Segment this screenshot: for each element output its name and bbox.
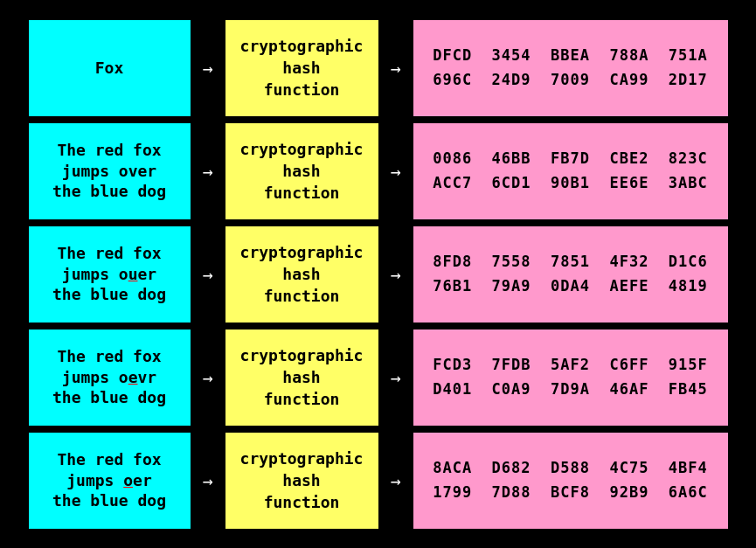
main-diagram: Fox → cryptographichashfunction → DFCD 3…: [20, 11, 737, 538]
input-text-4: The red foxjumps oevrthe blue dog: [52, 346, 166, 407]
hash-label-5: cryptographichashfunction: [240, 447, 364, 514]
row-1: Fox → cryptographichashfunction → DFCD 3…: [29, 20, 728, 116]
input-text-1: Fox: [95, 58, 124, 78]
arrow-2b: →: [378, 161, 413, 182]
arrow-5b: →: [378, 470, 413, 491]
row-2: The red foxjumps overthe blue dog → cryp…: [29, 123, 728, 219]
input-text-3: The red foxjumps ouerthe blue dog: [52, 243, 166, 304]
hash-box-1: cryptographichashfunction: [225, 20, 378, 116]
arrow-3b: →: [378, 264, 413, 285]
hash-label-1: cryptographichashfunction: [240, 35, 364, 101]
output-box-5: 8ACA D682 D588 4C75 4BF41799 7D88 BCF8 9…: [413, 433, 728, 529]
output-text-4: FCD3 7FDB 5AF2 C6FF 915FD401 C0A9 7D9A 4…: [433, 353, 708, 400]
input-text-5: The red foxjumps oerthe blue dog: [52, 449, 166, 510]
arrow-5: →: [191, 470, 225, 491]
hash-label-3: cryptographichashfunction: [240, 241, 364, 308]
output-text-5: 8ACA D682 D588 4C75 4BF41799 7D88 BCF8 9…: [433, 456, 708, 503]
arrow-4b: →: [378, 367, 413, 388]
output-text-2: 0086 46BB FB7D CBE2 823CACC7 6CD1 90B1 E…: [433, 147, 708, 194]
output-box-1: DFCD 3454 BBEA 788A 751A696C 24D9 7009 C…: [413, 20, 728, 116]
output-box-2: 0086 46BB FB7D CBE2 823CACC7 6CD1 90B1 E…: [413, 123, 728, 219]
output-box-3: 8FD8 7558 7851 4F32 D1C676B1 79A9 0DA4 A…: [413, 226, 728, 323]
arrow-3: →: [191, 264, 225, 285]
arrow-4: →: [191, 367, 225, 388]
hash-box-3: cryptographichashfunction: [225, 226, 378, 323]
arrow-2: →: [191, 161, 225, 182]
hash-box-5: cryptographichashfunction: [225, 433, 378, 529]
row-5: The red foxjumps oerthe blue dog → crypt…: [29, 433, 728, 529]
output-box-4: FCD3 7FDB 5AF2 C6FF 915FD401 C0A9 7D9A 4…: [413, 329, 728, 426]
hash-box-2: cryptographichashfunction: [225, 123, 378, 219]
input-box-5: The red foxjumps oerthe blue dog: [29, 433, 191, 529]
hash-label-4: cryptographichashfunction: [240, 344, 364, 411]
hash-label-2: cryptographichashfunction: [240, 138, 364, 205]
input-box-2: The red foxjumps overthe blue dog: [29, 123, 191, 219]
arrow-1b: →: [378, 58, 413, 79]
input-box-3: The red foxjumps ouerthe blue dog: [29, 226, 191, 323]
row-3: The red foxjumps ouerthe blue dog → cryp…: [29, 226, 728, 323]
row-4: The red foxjumps oevrthe blue dog → cryp…: [29, 329, 728, 426]
input-box-4: The red foxjumps oevrthe blue dog: [29, 329, 191, 426]
input-box-1: Fox: [29, 20, 191, 116]
output-text-1: DFCD 3454 BBEA 788A 751A696C 24D9 7009 C…: [433, 44, 708, 91]
arrow-1: →: [191, 58, 225, 79]
output-text-3: 8FD8 7558 7851 4F32 D1C676B1 79A9 0DA4 A…: [433, 250, 708, 297]
hash-box-4: cryptographichashfunction: [225, 329, 378, 426]
input-text-2: The red foxjumps overthe blue dog: [52, 140, 166, 201]
